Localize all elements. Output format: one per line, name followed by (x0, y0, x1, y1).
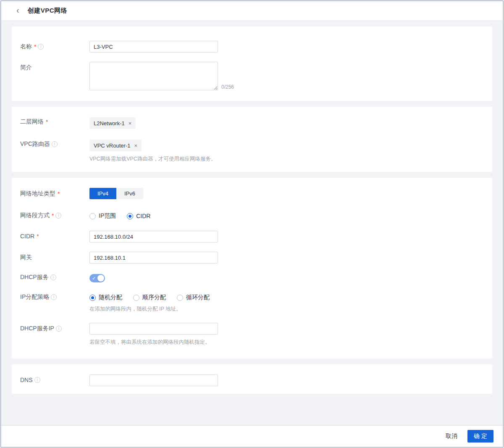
segment-mode-radio-group: IP范围 CIDR (89, 211, 484, 220)
dhcp-ip-label-text: DHCP服务IP (20, 325, 54, 332)
ip-allocation-radio-group: 随机分配 顺序分配 循环分配 (89, 293, 484, 301)
gateway-label-text: 网关 (20, 254, 32, 261)
required-mark: * (46, 119, 48, 125)
dhcp-ip-row: DHCP服务IP i 若留空不填，将由系统在添加的网络段内随机指定。 (20, 323, 484, 346)
required-mark: * (34, 43, 36, 50)
description-textarea[interactable] (89, 62, 218, 90)
info-icon[interactable]: i (34, 377, 40, 383)
vpc-router-helper: VPC网络需加载VPC路由器，才可使用相应网络服务。 (89, 155, 484, 163)
info-icon[interactable]: i (50, 274, 56, 280)
cidr-label: CIDR* (20, 231, 89, 240)
network-settings-card: 网络地址类型* IPv4 IPv6 网络段方式* i (12, 178, 492, 358)
vpc-router-label: VPC路由器 i (20, 140, 89, 148)
vpc-router-label-text: VPC路由器 (20, 140, 50, 148)
ip-allocation-label: IP分配策略 i (20, 293, 89, 301)
page-footer: 取消 确定 (1, 426, 503, 447)
l2-network-card: 二层网络* L2Network-1 × VPC路由器 i VPC vRouter… (12, 107, 492, 172)
create-vpc-network-page: ‹ 创建VPC网络 名称* i 简介 (0, 0, 504, 448)
ip-allocation-helper: 在添加的网络段内，随机分配 IP 地址。 (89, 306, 484, 313)
dhcp-ip-helper: 若留空不填，将由系统在添加的网络段内随机指定。 (89, 339, 484, 346)
radio-label: CIDR (136, 213, 150, 219)
ip-allocation-row: IP分配策略 i 随机分配 顺序分配 (20, 293, 484, 313)
back-icon[interactable]: ‹ (16, 6, 19, 14)
info-icon[interactable]: i (52, 141, 58, 147)
radio-circle (133, 295, 139, 301)
radio-circle (89, 295, 96, 301)
l2-network-tag: L2Network-1 × (89, 117, 136, 129)
page-header: ‹ 创建VPC网络 (1, 1, 503, 21)
radio-ip-range[interactable]: IP范围 (89, 212, 116, 220)
required-mark: * (37, 233, 39, 240)
description-label: 简介 (20, 62, 89, 71)
info-icon[interactable]: i (56, 326, 62, 332)
radio-circle (177, 295, 183, 301)
basic-info-card: 名称* i 简介 0/256 (12, 26, 492, 101)
toggle-knob (97, 275, 104, 282)
cidr-input[interactable] (89, 231, 218, 242)
l2-network-tag-text: L2Network-1 (94, 120, 125, 126)
cidr-row: CIDR* (20, 231, 484, 242)
gateway-label: 网关 (20, 252, 89, 261)
name-label: 名称* i (20, 41, 89, 50)
radio-label: 循环分配 (186, 294, 210, 301)
info-icon[interactable]: i (38, 44, 44, 50)
l2-network-label-text: 二层网络 (20, 118, 44, 126)
info-icon[interactable]: i (51, 294, 57, 300)
required-mark: * (52, 212, 54, 219)
name-input[interactable] (89, 41, 218, 53)
ipv4-button[interactable]: IPv4 (89, 188, 116, 199)
dhcp-service-label-text: DHCP服务 (20, 274, 49, 281)
address-type-label-text: 网络地址类型 (20, 190, 55, 198)
dhcp-service-row: DHCP服务 i ✓ (20, 273, 484, 282)
radio-cidr[interactable]: CIDR (127, 213, 150, 219)
remove-vpc-router-icon[interactable]: × (134, 143, 137, 148)
dhcp-ip-label: DHCP服务IP i (20, 323, 89, 332)
remove-l2-network-icon[interactable]: × (129, 121, 132, 126)
segment-mode-row: 网络段方式* i IP范围 CIDR (20, 211, 484, 220)
radio-label: 顺序分配 (142, 294, 166, 301)
info-icon[interactable]: i (55, 213, 61, 219)
dhcp-ip-input[interactable] (89, 323, 218, 335)
l2-network-label: 二层网络* (20, 117, 89, 126)
address-type-label: 网络地址类型* (20, 188, 89, 198)
page-title: 创建VPC网络 (28, 7, 67, 15)
dhcp-service-toggle[interactable]: ✓ (89, 274, 105, 282)
dns-row: DNS i (20, 374, 484, 386)
cancel-button[interactable]: 取消 (445, 430, 458, 443)
dns-input[interactable] (89, 374, 218, 386)
gateway-row: 网关 (20, 252, 484, 264)
gateway-input[interactable] (89, 252, 218, 264)
radio-label: 随机分配 (99, 294, 122, 301)
dns-label: DNS i (20, 374, 89, 383)
address-type-segmented: IPv4 IPv6 (89, 188, 143, 199)
radio-label: IP范围 (99, 212, 116, 220)
description-row: 简介 0/256 (20, 62, 484, 90)
vpc-router-tag: VPC vRouter-1 × (89, 140, 142, 151)
name-row: 名称* i (20, 41, 484, 53)
cidr-label-text: CIDR (20, 233, 34, 240)
radio-circle (89, 213, 96, 219)
dhcp-service-label: DHCP服务 i (20, 273, 89, 281)
ipv6-button[interactable]: IPv6 (116, 188, 143, 199)
dns-label-text: DNS (20, 377, 33, 383)
confirm-button[interactable]: 确定 (467, 430, 494, 443)
vpc-router-row: VPC路由器 i VPC vRouter-1 × VPC网络需加载VPC路由器，… (20, 140, 484, 163)
segment-mode-label-text: 网络段方式 (20, 212, 50, 219)
ip-allocation-label-text: IP分配策略 (20, 293, 49, 301)
radio-sequential-allocation[interactable]: 顺序分配 (133, 294, 166, 301)
description-label-text: 简介 (20, 64, 32, 71)
name-label-text: 名称 (20, 43, 32, 50)
check-icon: ✓ (92, 275, 96, 281)
vpc-router-tag-text: VPC vRouter-1 (94, 142, 130, 149)
required-mark: * (58, 190, 60, 197)
l2-network-row: 二层网络* L2Network-1 × (20, 117, 484, 129)
form-area: 名称* i 简介 0/256 (1, 21, 503, 426)
radio-roundrobin-allocation[interactable]: 循环分配 (177, 294, 210, 301)
char-counter: 0/256 (221, 84, 234, 90)
dns-card: DNS i (12, 364, 492, 394)
radio-random-allocation[interactable]: 随机分配 (89, 294, 122, 301)
segment-mode-label: 网络段方式* i (20, 211, 89, 219)
address-type-row: 网络地址类型* IPv4 IPv6 (20, 188, 484, 199)
radio-circle (127, 213, 133, 219)
